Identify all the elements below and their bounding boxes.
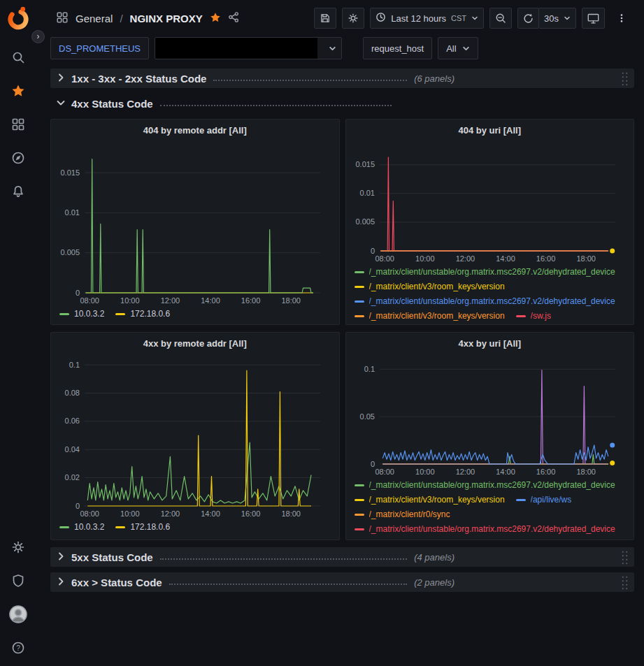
dashboards-icon[interactable]	[1, 108, 35, 141]
svg-text:10:00: 10:00	[120, 509, 140, 518]
svg-text:0.08: 0.08	[65, 389, 80, 397]
row-panel-count: (6 panels)	[414, 73, 455, 84]
svg-text:18:00: 18:00	[576, 468, 596, 476]
share-icon[interactable]	[228, 11, 240, 25]
panel-title[interactable]: 4xx by uri [All]	[352, 335, 629, 352]
legend-item[interactable]: /_matrix/client/unstable/org.matrix.msc2…	[355, 524, 615, 534]
topbar-actions: Last 12 hours CST 30s	[314, 8, 633, 29]
explore-icon[interactable]	[1, 141, 35, 175]
favorite-star-icon[interactable]	[210, 12, 221, 25]
panel-legend: /_matrix/client/unstable/org.matrix.msc2…	[352, 265, 629, 324]
panel-404-by-remote-addr: 404 by remote addr [All] 00.0050.010.015…	[50, 119, 340, 325]
alerting-icon[interactable]	[1, 175, 35, 208]
dashboard-title: NGINX PROXY	[130, 13, 203, 24]
zoom-out-button[interactable]	[489, 8, 512, 29]
save-dashboard-button[interactable]	[314, 8, 336, 29]
svg-text:10:00: 10:00	[415, 468, 435, 476]
svg-text:16:00: 16:00	[241, 296, 261, 305]
legend-item[interactable]: /_matrix/client/v3/room_keys/version	[355, 282, 505, 291]
dotted-leader	[160, 558, 407, 560]
legend-item[interactable]: 172.18.0.6	[115, 309, 170, 319]
datasource-variable-value	[155, 38, 317, 59]
panel-title[interactable]: 404 by uri [All]	[352, 122, 629, 139]
breadcrumb-separator: /	[120, 13, 122, 24]
chevron-right-icon	[56, 577, 67, 588]
row-title: 1xx - 3xx - 2xx Status Code	[71, 73, 206, 85]
svg-text:08:00: 08:00	[80, 296, 99, 305]
timeseries-chart[interactable]: 00.0050.010.01508:0010:0012:0014:0016:00…	[57, 139, 331, 307]
panel-grid-top: 404 by remote addr [All] 00.0050.010.015…	[50, 119, 634, 325]
legend-item[interactable]: /_matrix/client/v3/room_keys/version	[355, 495, 505, 505]
svg-text:12:00: 12:00	[455, 254, 475, 263]
search-icon[interactable]	[1, 41, 35, 74]
legend-item[interactable]: /_matrix/client/unstable/org.matrix.msc2…	[355, 267, 615, 277]
svg-text:0.005: 0.005	[355, 217, 375, 226]
request-host-variable-select[interactable]: All	[438, 37, 478, 59]
clock-icon	[375, 12, 386, 24]
apps-grid-icon[interactable]	[56, 11, 69, 26]
legend-item[interactable]: 10.0.3.2	[59, 522, 104, 532]
svg-text:0.005: 0.005	[60, 248, 80, 256]
legend-item[interactable]: /_matrix/client/v3/room_keys/version	[355, 311, 505, 321]
panel-legend: 10.0.3.2172.18.0.6	[57, 307, 334, 324]
legend-item[interactable]: 10.0.3.2	[59, 309, 104, 319]
panel-legend: 10.0.3.2172.18.0.6	[57, 520, 334, 540]
legend-item[interactable]: /_matrix/client/unstable/org.matrix.msc2…	[355, 296, 615, 306]
svg-text:08:00: 08:00	[80, 509, 99, 518]
svg-text:0.01: 0.01	[65, 208, 80, 217]
panel-title[interactable]: 4xx by remote addr [All]	[57, 335, 334, 352]
row-1xx-3xx-2xx-status-code[interactable]: 1xx - 3xx - 2xx Status Code (6 panels)	[50, 68, 634, 88]
refresh-button[interactable]	[517, 8, 539, 29]
timeseries-chart[interactable]: 00.0050.010.01508:0010:0012:0014:0016:00…	[352, 139, 627, 265]
row-title: 4xx Status Code	[71, 98, 153, 110]
help-icon[interactable]: ?	[1, 631, 35, 665]
time-zone-label: CST	[451, 14, 466, 22]
row-drag-handle[interactable]	[621, 550, 629, 565]
legend-item[interactable]: 172.18.0.6	[115, 522, 170, 532]
row-4xx-status-code[interactable]: 4xx Status Code	[50, 94, 634, 113]
legend-item[interactable]: /_matrix/client/unstable/org.matrix.msc2…	[355, 480, 615, 490]
svg-text:0: 0	[76, 289, 80, 297]
chevron-right-icon	[56, 551, 67, 563]
legend-item[interactable]: /sw.js	[516, 311, 551, 321]
row-5xx-status-code[interactable]: 5xx Status Code (4 panels)	[50, 547, 634, 567]
breadcrumb-folder[interactable]: General	[76, 13, 113, 24]
refresh-interval-select[interactable]: 30s	[538, 8, 576, 29]
grafana-logo-icon[interactable]	[6, 6, 31, 31]
chevron-down-icon	[56, 98, 67, 109]
settings-gear-icon[interactable]	[1, 530, 35, 564]
row-drag-handle[interactable]	[621, 575, 629, 590]
sidebar-expand-button[interactable]: ›	[31, 30, 45, 43]
svg-text:16:00: 16:00	[536, 468, 555, 476]
svg-text:12:00: 12:00	[161, 509, 180, 518]
time-range-picker[interactable]: Last 12 hours CST	[370, 8, 484, 29]
timeseries-chart[interactable]: 00.050.108:0010:0012:0014:0016:0018:00	[352, 352, 627, 478]
breadcrumb: General / NGINX PROXY	[56, 11, 240, 26]
svg-text:0.1: 0.1	[69, 361, 80, 369]
legend-item[interactable]: /api/live/ws	[516, 495, 572, 505]
kebab-menu-icon[interactable]	[610, 8, 633, 29]
svg-text:0: 0	[370, 247, 374, 255]
panel-4xx-by-uri: 4xx by uri [All] 00.050.108:0010:0012:00…	[345, 332, 635, 540]
svg-text:18:00: 18:00	[281, 296, 301, 305]
svg-text:?: ?	[16, 644, 20, 652]
timeseries-chart[interactable]: 00.020.040.060.080.108:0010:0012:0014:00…	[57, 352, 331, 520]
panel-legend: /_matrix/client/unstable/org.matrix.msc2…	[352, 478, 629, 540]
svg-text:0.06: 0.06	[65, 417, 80, 425]
svg-text:0.02: 0.02	[65, 473, 80, 482]
datasource-variable-label[interactable]: DS_PROMETHEUS	[50, 37, 149, 59]
tv-mode-button[interactable]	[582, 8, 605, 29]
dashboard-settings-button[interactable]	[342, 8, 364, 29]
request-host-variable-label[interactable]: request_host	[363, 37, 432, 59]
svg-text:12:00: 12:00	[455, 468, 475, 476]
server-admin-shield-icon[interactable]	[1, 564, 35, 598]
row-title: 5xx Status Code	[71, 551, 153, 563]
svg-text:0: 0	[370, 460, 374, 468]
row-6xx-status-code[interactable]: 6xx > Status Code (2 panels)	[50, 572, 634, 592]
datasource-variable-select[interactable]	[155, 37, 342, 59]
starred-dashboards-icon[interactable]	[1, 74, 35, 108]
legend-item[interactable]: /_matrix/client/r0/sync	[355, 509, 450, 519]
row-drag-handle[interactable]	[621, 71, 629, 86]
user-avatar[interactable]	[1, 598, 35, 631]
panel-title[interactable]: 404 by remote addr [All]	[57, 122, 334, 139]
